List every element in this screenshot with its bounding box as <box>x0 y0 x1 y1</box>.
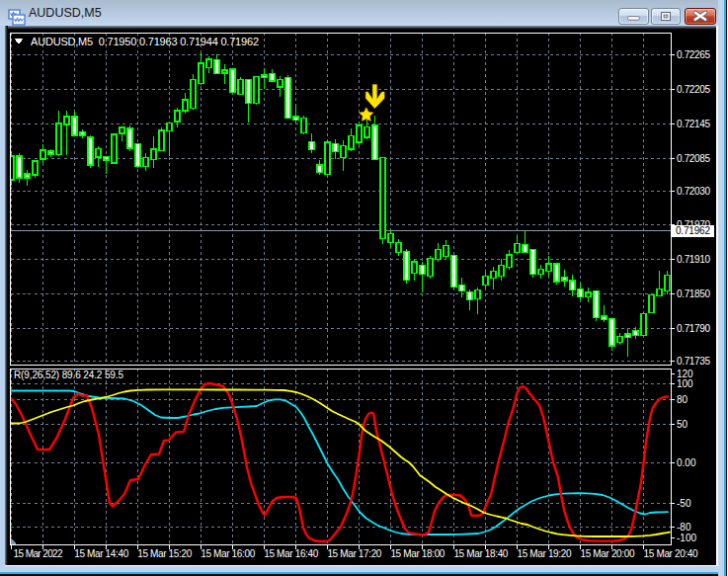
svg-text:15 Mar 15:20: 15 Mar 15:20 <box>137 548 192 559</box>
svg-text:15 Mar 18:40: 15 Mar 18:40 <box>453 548 508 559</box>
svg-text:15 Mar 16:00: 15 Mar 16:00 <box>201 548 255 559</box>
svg-text:0.72030: 0.72030 <box>677 186 710 197</box>
svg-text:15 Mar 2022: 15 Mar 2022 <box>14 548 63 559</box>
svg-text:0.71850: 0.71850 <box>677 288 710 299</box>
svg-text:15 Mar 18:00: 15 Mar 18:00 <box>390 548 445 559</box>
svg-text:0.72265: 0.72265 <box>677 49 710 60</box>
svg-text:AUDUSD,M5 0.71950 0.71963 0.7: AUDUSD,M5 0.71950 0.71963 0.71944 0.7196… <box>31 36 259 47</box>
svg-text:-50: -50 <box>677 498 691 509</box>
svg-text:0.71790: 0.71790 <box>677 323 710 334</box>
svg-text:0.71735: 0.71735 <box>677 356 710 367</box>
svg-text:50: 50 <box>677 419 688 430</box>
svg-text:0.71962: 0.71962 <box>676 225 710 236</box>
svg-text:15 Mar 17:20: 15 Mar 17:20 <box>327 548 381 559</box>
svg-text:-100: -100 <box>677 533 696 543</box>
svg-text:15 Mar 16:40: 15 Mar 16:40 <box>264 548 318 559</box>
svg-text:15 Mar 20:40: 15 Mar 20:40 <box>644 548 698 559</box>
svg-text:80: 80 <box>677 394 688 405</box>
svg-text:15 Mar 14:40: 15 Mar 14:40 <box>74 548 128 559</box>
svg-text:0.71910: 0.71910 <box>677 254 710 265</box>
svg-text:-80: -80 <box>677 522 691 533</box>
svg-text:0.72205: 0.72205 <box>677 84 710 95</box>
svg-text:15 Mar 20:00: 15 Mar 20:00 <box>581 548 635 559</box>
svg-text:0.72085: 0.72085 <box>677 153 710 164</box>
svg-text:0.00: 0.00 <box>677 457 696 468</box>
svg-text:120: 120 <box>677 369 693 379</box>
svg-text:15 Mar 19:20: 15 Mar 19:20 <box>518 548 572 559</box>
svg-text:100: 100 <box>677 378 693 389</box>
svg-text:R(9,26,52) 89.6 24.2 59.5: R(9,26,52) 89.6 24.2 59.5 <box>14 370 123 380</box>
svg-text:0.72145: 0.72145 <box>677 119 710 129</box>
